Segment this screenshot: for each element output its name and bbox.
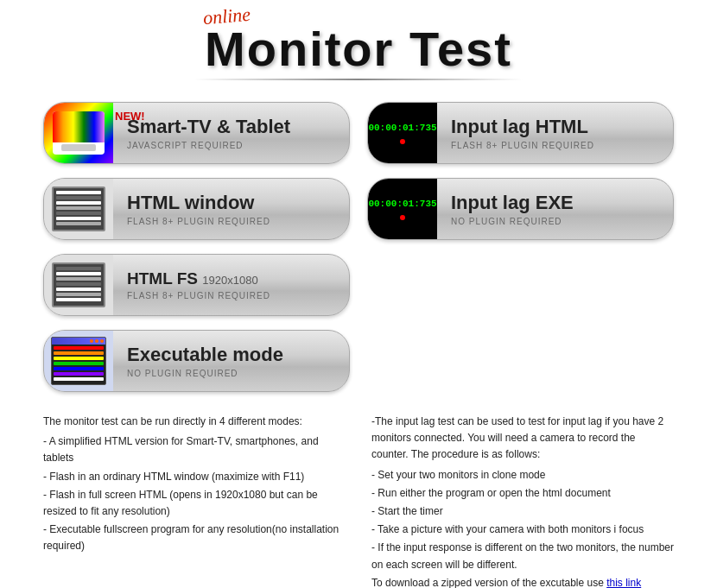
monitor-box-fs bbox=[52, 262, 105, 307]
list-item: - Set your two monitors in clone mode bbox=[371, 467, 674, 484]
smarttv-thumb-inner bbox=[53, 111, 105, 155]
title-underline bbox=[194, 79, 523, 80]
list-item: - If the input response is different on … bbox=[371, 540, 674, 572]
left-buttons-col: NEW! Smart-TV & Tablet JAVASCRIPT REQUIR… bbox=[43, 102, 350, 392]
html-fs-button[interactable]: HTML FS 1920x1080 FLASH 8+ PLUGIN REQUIR… bbox=[43, 254, 350, 316]
list-item: - Run either the program or open the htm… bbox=[371, 485, 674, 502]
list-item: - Take a picture with your camera with b… bbox=[371, 522, 674, 538]
online-label: online bbox=[202, 3, 251, 30]
exec-content bbox=[52, 345, 105, 384]
html-window-subtitle: FLASH 8+ PLUGIN REQUIRED bbox=[127, 217, 335, 226]
smarttv-subtitle: JAVASCRIPT REQUIRED bbox=[127, 141, 335, 150]
list-item: - Flash in full screen HTML (opens in 19… bbox=[43, 487, 346, 520]
smarttv-screen bbox=[53, 111, 105, 142]
input-lag-html-thumbnail: 00:00:01:735 bbox=[368, 102, 437, 164]
timer-dot-html bbox=[400, 139, 405, 144]
exec-screen bbox=[51, 337, 106, 385]
input-lag-html-button[interactable]: 00:00:01:735 Input lag HTML FLASH 8+ PLU… bbox=[367, 102, 674, 164]
input-lag-exe-text-area: Input lag EXE NO PLUGIN REQUIRED bbox=[437, 185, 673, 232]
input-lag-exe-subtitle: NO PLUGIN REQUIRED bbox=[451, 217, 659, 226]
html-fs-text-area: HTML FS 1920x1080 FLASH 8+ PLUGIN REQUIR… bbox=[113, 262, 349, 307]
desc-right-intro: -The input lag test can be used to test … bbox=[371, 414, 674, 464]
smarttv-stand bbox=[61, 144, 96, 151]
list-item: - Executable fullscreen program for any … bbox=[43, 522, 346, 554]
smarttv-text-area: NEW! Smart-TV & Tablet JAVASCRIPT REQUIR… bbox=[113, 109, 349, 156]
desc-left-list: - A simplified HTML version for Smart-TV… bbox=[43, 433, 346, 554]
html-window-title: HTML window bbox=[127, 192, 335, 214]
smarttv-thumbnail bbox=[44, 102, 113, 164]
executable-text-area: Executable mode NO PLUGIN REQUIRED bbox=[113, 337, 349, 384]
timer-display-html: 00:00:01:735 bbox=[368, 122, 436, 135]
buttons-area: NEW! Smart-TV & Tablet JAVASCRIPT REQUIR… bbox=[0, 85, 717, 401]
list-item: - Start the timer bbox=[371, 503, 674, 520]
desc-left: The monitor test can be run directly in … bbox=[43, 414, 346, 588]
executable-title: Executable mode bbox=[127, 344, 335, 366]
input-lag-html-text-area: Input lag HTML FLASH 8+ PLUGIN REQUIRED bbox=[437, 109, 673, 156]
exec-titlebar bbox=[52, 338, 105, 345]
monitor-box bbox=[52, 187, 105, 231]
page-header: online Monitor Test bbox=[0, 0, 717, 85]
input-lag-html-title: Input lag HTML bbox=[451, 116, 659, 138]
input-lag-exe-button[interactable]: 00:00:01:735 Input lag EXE NO PLUGIN REQ… bbox=[367, 178, 674, 240]
html-fs-title: HTML FS 1920x1080 bbox=[127, 269, 335, 289]
description-area: The monitor test can be run directly in … bbox=[0, 405, 717, 588]
html-fs-subtitle: FLASH 8+ PLUGIN REQUIRED bbox=[127, 291, 335, 300]
executable-thumbnail bbox=[44, 330, 113, 392]
desc-right-list: - Set your two monitors in clone mode - … bbox=[371, 467, 674, 588]
input-lag-html-subtitle: FLASH 8+ PLUGIN REQUIRED bbox=[451, 141, 659, 150]
input-lag-exe-thumbnail: 00:00:01:735 bbox=[368, 178, 437, 240]
smarttv-button[interactable]: NEW! Smart-TV & Tablet JAVASCRIPT REQUIR… bbox=[43, 102, 350, 164]
list-item: To download a zipped version of the excu… bbox=[371, 575, 674, 588]
title-wrap: online Monitor Test bbox=[194, 9, 523, 80]
timer-display-exe: 00:00:01:735 bbox=[368, 198, 436, 211]
html-window-thumbnail bbox=[44, 178, 113, 240]
html-window-button[interactable]: HTML window FLASH 8+ PLUGIN REQUIRED bbox=[43, 178, 350, 240]
executable-button[interactable]: Executable mode NO PLUGIN REQUIRED bbox=[43, 330, 350, 392]
timer-dot-exe bbox=[400, 215, 405, 220]
right-buttons-col: 00:00:01:735 Input lag HTML FLASH 8+ PLU… bbox=[367, 102, 674, 392]
desc-left-intro: The monitor test can be run directly in … bbox=[43, 414, 346, 430]
download-link[interactable]: this link bbox=[606, 577, 641, 588]
html-window-text-area: HTML window FLASH 8+ PLUGIN REQUIRED bbox=[113, 185, 349, 232]
list-item: - Flash in an ordinary HTML window (maxi… bbox=[43, 469, 346, 485]
smarttv-title: Smart-TV & Tablet bbox=[127, 116, 335, 138]
input-lag-exe-title: Input lag EXE bbox=[451, 192, 659, 214]
desc-right: -The input lag test can be used to test … bbox=[371, 414, 674, 588]
executable-subtitle: NO PLUGIN REQUIRED bbox=[127, 369, 335, 378]
html-fs-thumbnail bbox=[44, 254, 113, 316]
new-badge: NEW! bbox=[115, 110, 145, 123]
list-item: - A simplified HTML version for Smart-TV… bbox=[43, 433, 346, 466]
